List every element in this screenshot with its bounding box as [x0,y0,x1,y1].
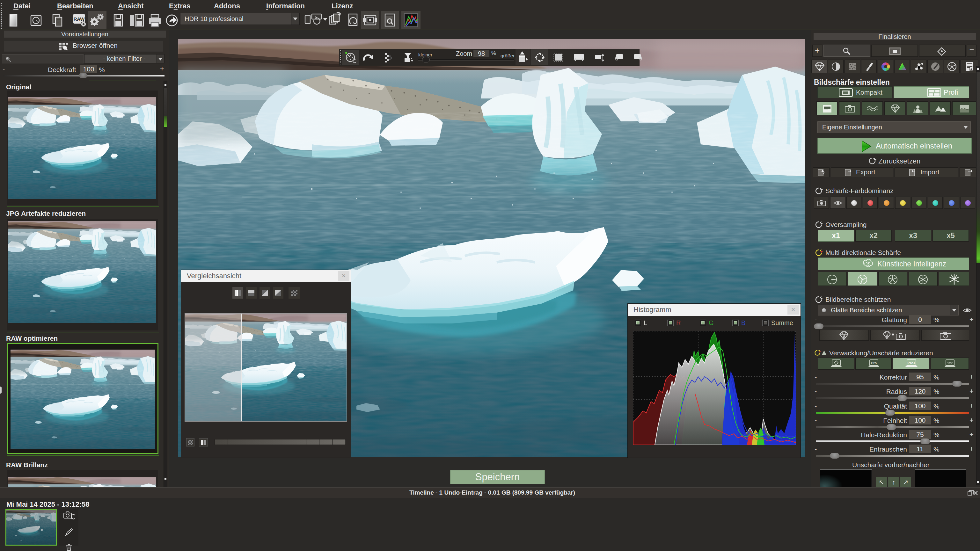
svg-text:Pro+: Pro+ [908,361,916,365]
svg-text:RAW: RAW [74,16,85,22]
svg-text:Pro: Pro [871,361,877,365]
